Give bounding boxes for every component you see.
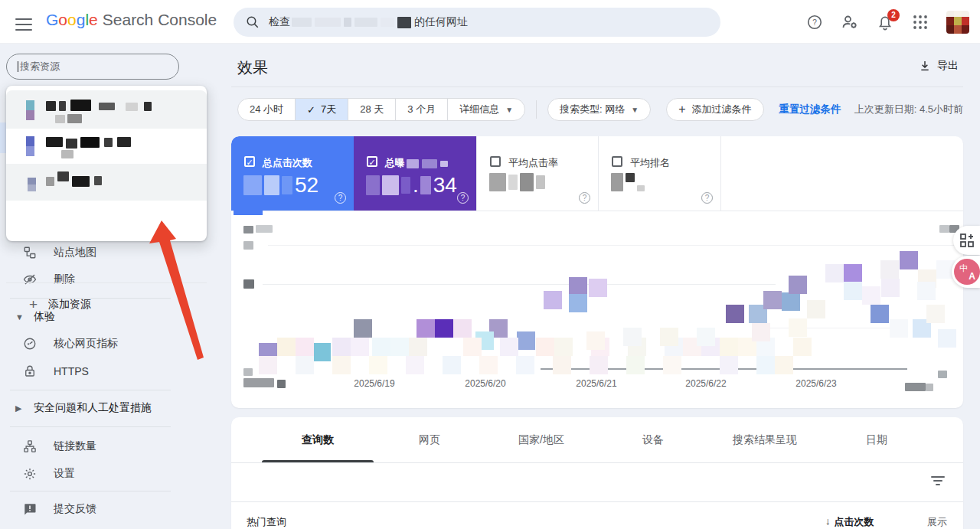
checkbox-unchecked-icon[interactable] [612, 156, 622, 167]
sidebar-item-label: 设置 [54, 467, 75, 481]
sidebar-section-label: 安全问题和人工处置措施 [34, 401, 152, 415]
checkbox-checked-icon[interactable]: ✓ [367, 156, 377, 167]
blurred-url-segment [315, 18, 341, 27]
translate-icon: 中A [954, 259, 980, 285]
chevron-right-icon: ▶ [15, 403, 24, 413]
range-7d-selected[interactable]: ✓7天 [296, 99, 348, 120]
metric-tile-avg-ctr[interactable]: 平均点击率 ? [476, 136, 599, 211]
sidebar-item-label: HTTPS [54, 365, 89, 377]
range-3mo[interactable]: 3 个月 [396, 99, 448, 120]
chevron-down-icon: ▼ [631, 106, 639, 114]
sidebar-item-feedback[interactable]: 提交反馈 [0, 500, 207, 518]
gridline [263, 284, 776, 285]
sidebar-item-label: 链接数量 [54, 439, 96, 453]
help-icon[interactable]: ? [579, 192, 590, 204]
property-search-input[interactable]: 搜索资源 [6, 54, 179, 80]
sitemap-icon [23, 246, 37, 260]
sidebar-item-core-web-vitals[interactable]: 核心网页指标 [0, 335, 207, 353]
translate-extension-button[interactable]: 中A [952, 256, 980, 288]
capture-grid-icon [959, 233, 975, 248]
chevron-down-icon: ▼ [505, 106, 513, 114]
sidebar-item-sitemaps[interactable]: 站点地图 [0, 243, 207, 262]
metric-value: 52 [243, 173, 318, 198]
checkbox-checked-icon[interactable]: ✓ [244, 156, 255, 167]
svg-text:?: ? [812, 18, 817, 26]
feedback-icon [23, 502, 37, 516]
property-option-3[interactable] [6, 164, 207, 201]
metric-tile-total-impressions[interactable]: ✓ 总曝 . 34 ? [354, 136, 476, 211]
apps-grid-icon [913, 15, 928, 30]
account-settings-button[interactable] [841, 13, 859, 31]
search-suffix-text: 的任何网址 [414, 15, 468, 29]
divider [10, 491, 171, 491]
property-option-2[interactable] [6, 129, 207, 164]
range-details-dropdown[interactable]: 详细信息▼ [448, 99, 524, 120]
range-28d[interactable]: 28 天 [348, 99, 396, 120]
add-property-button[interactable]: + 添加资源 [6, 288, 207, 322]
divider [231, 87, 963, 87]
divider [6, 282, 207, 283]
blurred-url-segment [397, 17, 411, 28]
column-header-impressions[interactable]: 展示 [927, 515, 947, 529]
metric-value-blurred [489, 173, 547, 191]
sidebar-item-removals[interactable]: 删除 [0, 270, 207, 289]
x-axis-tick: 2025/6/23 [795, 378, 836, 389]
sidebar-item-https[interactable]: HTTPS [0, 362, 207, 380]
column-header-clicks-sorted[interactable]: ↓ 点击次数 [825, 515, 874, 529]
search-type-dropdown[interactable]: 搜索类型: 网络▼ [547, 98, 651, 121]
help-icon[interactable]: ? [457, 192, 469, 204]
sidebar-item-label: 提交反馈 [54, 502, 96, 516]
export-button[interactable]: 导出 [919, 59, 959, 73]
tab-devices[interactable]: 设备 [597, 417, 709, 462]
property-option-1[interactable] [6, 90, 207, 129]
dimensions-table-panel: 查询数 网页 国家/地区 设备 搜索结果呈现 日期 热门查询 ↓ 点击次数 展示 [231, 417, 963, 529]
help-icon[interactable]: ? [701, 192, 713, 204]
app-title: Search Console [103, 11, 217, 28]
url-inspection-search-bar[interactable]: 检查 的任何网址 [234, 8, 720, 37]
property-favicon [28, 178, 36, 191]
google-logo: Google [46, 11, 98, 28]
metric-label: 平均点击率 [508, 156, 558, 170]
link-graph-icon [23, 439, 37, 453]
notifications-button[interactable]: 2 [876, 13, 894, 31]
google-apps-button[interactable] [911, 13, 929, 31]
divider [536, 100, 537, 119]
sidebar-item-settings[interactable]: 设置 [0, 465, 207, 483]
hamburger-menu-icon[interactable] [15, 15, 32, 28]
sidebar-item-links[interactable]: 链接数量 [0, 437, 207, 456]
tab-dates[interactable]: 日期 [821, 417, 933, 462]
filter-list-icon[interactable] [931, 476, 945, 487]
metric-tile-avg-position[interactable]: 平均排名 ? [599, 136, 721, 211]
sidebar: 搜索资源 站点地图 删除 ▼ 体验 核心网页指标 HTTPS ▶ 安全问题和人工… [0, 0, 207, 529]
table-toolbar [231, 463, 963, 501]
avatar[interactable] [946, 11, 969, 34]
tab-pages[interactable]: 网页 [374, 417, 485, 462]
range-24h[interactable]: 24 小时 [238, 99, 296, 120]
visibility-off-icon [23, 273, 37, 286]
add-filter-button[interactable]: +添加过滤条件 [666, 98, 763, 121]
metric-tiles: ✓ 总点击次数 52 ? ✓ 总曝 . [231, 136, 963, 211]
divider [10, 426, 171, 427]
checkbox-unchecked-icon[interactable] [490, 156, 501, 167]
top-app-bar: GoogleSearch Console 检查 的任何网址 ? 2 [0, 0, 980, 44]
help-button[interactable]: ? [805, 13, 824, 31]
reset-filters-link[interactable]: 重置过滤条件 [779, 103, 841, 116]
metric-tile-total-clicks[interactable]: ✓ 总点击次数 52 ? [231, 136, 354, 211]
x-axis-tick: 2025/6/21 [576, 378, 616, 389]
screenshot-extension-button[interactable] [953, 226, 980, 255]
date-range-group: 24 小时 ✓7天 28 天 3 个月 详细信息▼ [237, 98, 525, 121]
tab-countries[interactable]: 国家/地区 [485, 417, 597, 462]
sidebar-section-security[interactable]: ▶ 安全问题和人工处置措施 [0, 399, 207, 417]
x-axis-tick: 2025/6/20 [465, 378, 505, 389]
help-icon[interactable]: ? [335, 192, 346, 204]
gridline [268, 245, 962, 246]
blurred-url-segment [354, 18, 377, 27]
app-logo: GoogleSearch Console [46, 11, 217, 29]
tab-queries[interactable]: 查询数 [262, 417, 374, 462]
search-icon [246, 15, 260, 29]
property-favicon [26, 100, 34, 120]
column-header-top-queries: 热门查询 [247, 515, 286, 529]
selected-nav-highlight [0, 122, 6, 153]
divider [231, 501, 963, 502]
tab-search-appearance[interactable]: 搜索结果呈现 [709, 417, 821, 462]
